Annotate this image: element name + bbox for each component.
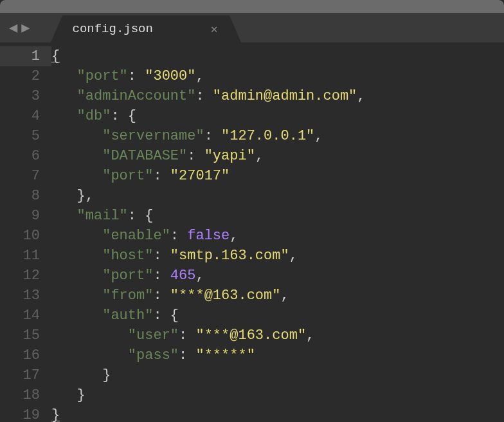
line-number[interactable]: 19 (0, 405, 51, 422)
brace: } (77, 387, 86, 403)
line-number[interactable]: 12 (0, 266, 51, 286)
json-key: "enable" (102, 228, 170, 244)
line-number[interactable]: 9 (0, 206, 51, 226)
code-line: "db": { (51, 106, 504, 126)
brace: { (145, 208, 153, 224)
code-line: "host": "smtp.163.com", (51, 246, 504, 266)
nav-forward-icon[interactable]: ▶ (21, 22, 30, 36)
line-number[interactable]: 14 (0, 306, 51, 326)
json-string: "27017" (170, 168, 230, 184)
json-key: "host" (102, 248, 153, 264)
json-string: "***@163.com" (170, 288, 281, 304)
tab-title: config.json (73, 22, 153, 36)
line-number[interactable]: 8 (0, 186, 51, 206)
brace: { (51, 48, 60, 64)
code-line: "port": "27017" (51, 166, 504, 186)
close-icon[interactable]: ✕ (211, 22, 218, 36)
line-number[interactable]: 5 (0, 126, 51, 146)
line-number[interactable]: 15 (0, 326, 51, 345)
json-key: "db" (77, 108, 111, 124)
gutter: 1 2 3 4 5 6 7 8 9 10 11 12 13 14 15 16 1… (0, 42, 51, 422)
json-string: "admin@admin.com" (213, 88, 357, 104)
json-key: "from" (102, 288, 153, 304)
json-key: "DATABASE" (102, 148, 187, 164)
nav-back-icon[interactable]: ◀ (9, 22, 17, 36)
json-boolean: false (187, 228, 230, 244)
code-line: "auth": { (51, 306, 504, 326)
code-line: } (51, 365, 504, 385)
json-string: "3000" (145, 68, 195, 84)
code-line: "port": "3000", (51, 66, 504, 86)
json-string: "*****" (195, 347, 255, 363)
json-key: "port" (102, 168, 153, 184)
json-key: "servername" (102, 128, 204, 144)
json-string: "127.0.0.1" (221, 128, 314, 144)
json-key: "auth" (102, 307, 153, 324)
code-line: "servername": "127.0.0.1", (51, 126, 504, 146)
code-line: }, (51, 186, 504, 206)
json-key: "port" (77, 68, 128, 84)
code-line: "mail": { (51, 206, 504, 226)
json-key: "mail" (77, 208, 128, 224)
code-line: } (51, 385, 504, 405)
tab-bar: ◀ ▶ config.json ✕ (0, 13, 504, 42)
code-line: { (51, 46, 504, 66)
tab-config-json[interactable]: config.json ✕ (62, 15, 230, 42)
line-number[interactable]: 11 (0, 246, 51, 266)
line-number[interactable]: 2 (0, 66, 51, 86)
code-line: } (51, 405, 504, 422)
json-number: 465 (170, 268, 196, 284)
nav-arrows: ◀ ▶ (5, 22, 37, 42)
brace: } (77, 188, 86, 204)
code-line: "adminAccount": "admin@admin.com", (51, 86, 504, 106)
code-line: "user": "***@163.com", (51, 326, 504, 345)
json-key: "adminAccount" (77, 88, 196, 104)
line-number[interactable]: 6 (0, 146, 51, 166)
line-number[interactable]: 4 (0, 106, 51, 126)
code-line: "DATABASE": "yapi", (51, 146, 504, 166)
json-key: "port" (102, 268, 153, 284)
json-string: "***@163.com" (195, 327, 306, 344)
code-line: "pass": "*****" (51, 345, 504, 365)
line-number[interactable]: 17 (0, 365, 51, 385)
code-line: "enable": false, (51, 226, 504, 246)
line-number[interactable]: 13 (0, 286, 51, 306)
code-area[interactable]: { "port": "3000", "adminAccount": "admin… (51, 42, 504, 422)
editor[interactable]: 1 2 3 4 5 6 7 8 9 10 11 12 13 14 15 16 1… (0, 42, 504, 422)
code-line: "from": "***@163.com", (51, 286, 504, 306)
brace: } (102, 367, 111, 383)
json-string: "smtp.163.com" (170, 248, 289, 264)
line-number[interactable]: 16 (0, 345, 51, 365)
line-number[interactable]: 7 (0, 166, 51, 186)
brace: { (170, 307, 179, 324)
brace: } (51, 407, 60, 422)
brace: { (128, 108, 136, 124)
line-number[interactable]: 3 (0, 86, 51, 106)
window-titlebar (0, 0, 504, 13)
json-key: "user" (128, 327, 179, 344)
line-number[interactable]: 18 (0, 385, 51, 405)
line-number[interactable]: 1 (0, 46, 51, 66)
json-key: "pass" (128, 347, 179, 363)
code-line: "port": 465, (51, 266, 504, 286)
json-string: "yapi" (204, 148, 255, 164)
line-number[interactable]: 10 (0, 226, 51, 246)
